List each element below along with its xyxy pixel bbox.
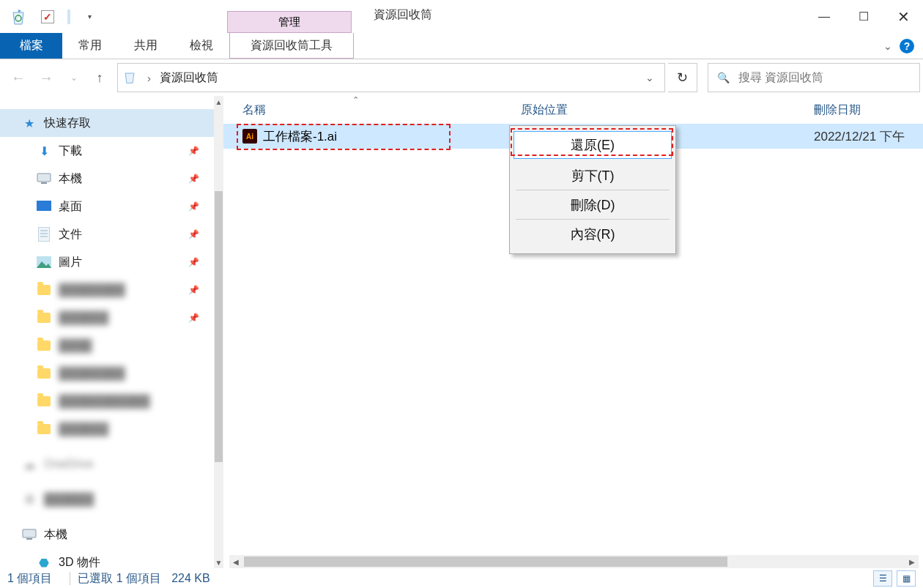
- pc-icon: 🖥: [22, 492, 37, 507]
- back-button[interactable]: ←: [6, 65, 31, 90]
- sidebar-item-pictures[interactable]: 圖片 📌: [0, 248, 214, 276]
- search-icon: 🔍: [717, 72, 730, 83]
- pictures-icon: [37, 255, 51, 269]
- sidebar-item-3d-objects[interactable]: ⬣ 3D 物件: [0, 548, 214, 568]
- sidebar-label: 本機: [44, 527, 67, 543]
- folder-icon: [37, 394, 51, 409]
- quickaccess-dropdown[interactable]: ▾: [84, 8, 95, 26]
- sidebar-item-folder[interactable]: ████████📌: [0, 276, 214, 304]
- help-icon[interactable]: ?: [900, 39, 914, 53]
- tab-recycle-tools[interactable]: 資源回收筒工具: [229, 33, 354, 59]
- sidebar-item-folder[interactable]: ████████: [0, 360, 214, 387]
- pc-icon: [37, 171, 51, 186]
- maximize-button[interactable]: ☐: [844, 0, 883, 33]
- check-icon[interactable]: ✓: [41, 10, 54, 23]
- context-tab-manage[interactable]: 管理: [227, 11, 352, 33]
- scrollbar-thumb[interactable]: [244, 557, 727, 567]
- sidebar-label: 本機: [59, 171, 82, 187]
- svg-rect-4: [38, 227, 50, 242]
- scrollbar-thumb[interactable]: [215, 191, 223, 462]
- column-headers: 名稱 ⌃ 原始位置 刪除日期: [223, 96, 923, 124]
- tab-home[interactable]: 常用: [62, 33, 118, 59]
- scroll-down-icon[interactable]: ▼: [214, 557, 223, 568]
- search-input[interactable]: [737, 70, 911, 85]
- svg-rect-1: [37, 174, 51, 182]
- address-bar[interactable]: › 資源回收筒 ⌄: [117, 63, 665, 92]
- scroll-right-icon[interactable]: ▶: [905, 555, 919, 568]
- sidebar-item-folder[interactable]: ██████📌: [0, 304, 214, 332]
- column-delete-date[interactable]: 刪除日期: [814, 103, 861, 118]
- forward-button[interactable]: →: [34, 65, 59, 90]
- sidebar-label: 圖片: [59, 255, 82, 270]
- tab-share[interactable]: 共用: [118, 33, 174, 59]
- context-cut[interactable]: 剪下(T): [516, 161, 670, 190]
- cloud-icon: ☁: [22, 457, 37, 472]
- sidebar-label: 文件: [59, 227, 82, 242]
- sidebar-item-desktop[interactable]: 桌面 📌: [0, 193, 214, 220]
- minimize-button[interactable]: —: [804, 0, 844, 33]
- pin-icon: 📌: [188, 285, 199, 295]
- context-menu: 還原(E) 剪下(T) 刪除(D) 內容(R): [509, 125, 676, 254]
- sidebar-item-documents[interactable]: 文件 📌: [0, 220, 214, 248]
- ribbon-collapse-icon[interactable]: ⌄: [883, 40, 892, 52]
- svg-rect-2: [41, 182, 47, 184]
- sidebar-item-quick-access[interactable]: ★ 快速存取: [0, 109, 214, 137]
- view-details-button[interactable]: ☰: [873, 570, 892, 587]
- column-name[interactable]: 名稱 ⌃: [242, 103, 521, 118]
- sidebar-scrollbar[interactable]: ▲ ▼: [214, 96, 223, 568]
- pin-icon: 📌: [188, 201, 199, 212]
- recycle-bin-icon: [9, 7, 28, 26]
- sidebar-item-downloads[interactable]: ⬇ 下載 📌: [0, 137, 214, 165]
- file-name: 工作檔案-1.ai: [263, 128, 337, 145]
- folder-icon: [37, 366, 51, 381]
- sidebar-label: 快速存取: [44, 116, 91, 131]
- tab-view[interactable]: 檢視: [174, 33, 229, 59]
- breadcrumb-location[interactable]: 資源回收筒: [160, 70, 218, 86]
- close-button[interactable]: ✕: [883, 0, 923, 33]
- sidebar-label: 桌面: [59, 199, 82, 215]
- sidebar-item-thispc-main[interactable]: 本機: [0, 521, 214, 548]
- star-icon: ★: [22, 116, 37, 130]
- status-bar: 1 個項目 已選取 1 個項目 224 KB ☰ ▦: [0, 568, 923, 588]
- recycle-bin-small-icon: [122, 70, 138, 86]
- recent-locations-button[interactable]: ⌄: [62, 65, 86, 90]
- sidebar-item-folder[interactable]: ██████: [0, 415, 214, 443]
- navigation-pane: ★ 快速存取 ⬇ 下載 📌 本機 📌 桌面 📌: [0, 96, 223, 568]
- sidebar-item-onedrive[interactable]: ☁OneDrive: [0, 450, 214, 478]
- horizontal-scrollbar[interactable]: ◀ ▶: [229, 555, 919, 568]
- pc-icon: [22, 527, 37, 542]
- pin-icon: 📌: [188, 146, 199, 156]
- context-restore[interactable]: 還原(E): [514, 131, 672, 159]
- context-delete[interactable]: 刪除(D): [516, 190, 670, 220]
- window-controls: — ☐ ✕: [804, 0, 923, 33]
- pin-icon: 📌: [188, 229, 199, 239]
- refresh-button[interactable]: ↻: [668, 63, 697, 92]
- scroll-up-icon[interactable]: ▲: [214, 96, 223, 108]
- context-tab-header: 管理: [103, 0, 352, 33]
- context-properties[interactable]: 內容(R): [516, 220, 670, 249]
- sidebar-item-network[interactable]: 🖥██████: [0, 485, 214, 513]
- desktop-icon: [37, 199, 51, 214]
- window-title: 資源回收筒: [352, 0, 447, 33]
- status-item-count: 1 個項目: [7, 571, 62, 587]
- file-tab[interactable]: 檔案: [0, 33, 62, 59]
- pin-icon: 📌: [188, 313, 199, 323]
- sidebar-item-folder[interactable]: ████: [0, 332, 214, 360]
- ribbon-tabs: 檔案 常用 共用 檢視 資源回收筒工具 ⌄ ?: [0, 33, 923, 59]
- main-area: ★ 快速存取 ⬇ 下載 📌 本機 📌 桌面 📌: [0, 96, 923, 568]
- up-button[interactable]: ↑: [89, 67, 110, 88]
- search-box[interactable]: 🔍: [708, 63, 920, 92]
- view-thumbnails-button[interactable]: ▦: [897, 570, 916, 587]
- column-original-location[interactable]: 原始位置: [521, 103, 814, 118]
- address-dropdown-icon[interactable]: ⌄: [640, 72, 660, 83]
- folder-icon: [37, 283, 51, 297]
- navigation-bar: ← → ⌄ ↑ › 資源回收筒 ⌄ ↻ 🔍: [0, 59, 923, 96]
- sidebar-label: 3D 物件: [59, 555, 100, 569]
- file-delete-date: 2022/12/21 下午: [814, 128, 905, 145]
- sidebar-item-thispc[interactable]: 本機 📌: [0, 165, 214, 193]
- sidebar-item-folder[interactable]: ███████████: [0, 387, 214, 415]
- sidebar-label: 下載: [59, 144, 82, 159]
- scroll-left-icon[interactable]: ◀: [229, 555, 242, 568]
- download-icon: ⬇: [37, 144, 51, 158]
- pin-icon: 📌: [188, 257, 199, 267]
